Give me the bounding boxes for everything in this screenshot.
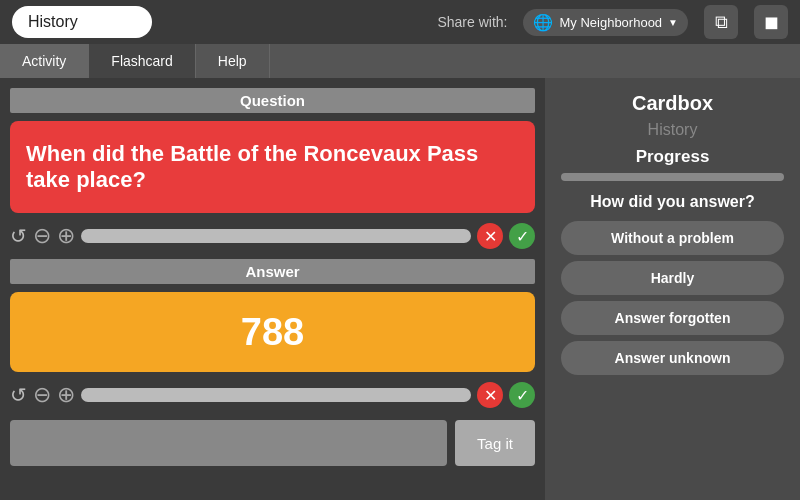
answer-refresh-icon: ↺ — [10, 383, 27, 407]
minus-icon: ⊖ — [33, 223, 51, 249]
plus-icon: ⊕ — [57, 223, 75, 249]
tag-button[interactable]: Tag it — [455, 420, 535, 466]
answer-minus-icon: ⊖ — [33, 382, 51, 408]
question-controls: ↺ ⊖ ⊕ ✕ ✓ — [10, 221, 535, 251]
answer-check-button[interactable]: ✓ — [509, 382, 535, 408]
share-label: Share with: — [437, 14, 507, 30]
left-panel: Question When did the Battle of the Ronc… — [0, 78, 545, 500]
plus-button[interactable]: ⊕ — [57, 223, 75, 249]
question-text: When did the Battle of the Roncevaux Pas… — [26, 141, 478, 192]
option-hardly[interactable]: Hardly — [561, 261, 784, 295]
refresh-button[interactable]: ↺ — [10, 224, 27, 248]
minus-button[interactable]: ⊖ — [33, 223, 51, 249]
answer-minus-button[interactable]: ⊖ — [33, 382, 51, 408]
answer-controls: ↺ ⊖ ⊕ ✕ ✓ — [10, 380, 535, 410]
answer-value: 788 — [241, 311, 304, 354]
question-progress-bar — [81, 229, 471, 243]
stop-icon: ◼ — [764, 11, 779, 33]
tag-textarea[interactable] — [10, 420, 447, 466]
bar-icon: ⧉ — [715, 12, 728, 33]
cardbox-title: Cardbox — [632, 92, 713, 115]
chevron-down-icon: ▼ — [668, 17, 678, 28]
answer-box: 788 — [10, 292, 535, 372]
question-x-button[interactable]: ✕ — [477, 223, 503, 249]
tab-activity[interactable]: Activity — [0, 44, 89, 78]
globe-icon: 🌐 — [533, 13, 553, 32]
neighborhood-label: My Neighborhood — [559, 15, 662, 30]
question-box: When did the Battle of the Roncevaux Pas… — [10, 121, 535, 213]
answer-plus-icon: ⊕ — [57, 382, 75, 408]
refresh-icon: ↺ — [10, 224, 27, 248]
tab-help[interactable]: Help — [196, 44, 270, 78]
answer-progress-bar — [81, 388, 471, 402]
option-answer-unknown[interactable]: Answer unknown — [561, 341, 784, 375]
history-input[interactable] — [12, 6, 152, 38]
progress-title: Progress — [636, 147, 710, 167]
tab-flashcard[interactable]: Flashcard — [89, 44, 195, 78]
right-progress-bar — [561, 173, 784, 181]
answer-x-button[interactable]: ✕ — [477, 382, 503, 408]
question-check-button[interactable]: ✓ — [509, 223, 535, 249]
bottom-row: Tag it — [10, 420, 535, 466]
cardbox-subtitle: History — [648, 121, 698, 139]
stop-icon-button[interactable]: ◼ — [754, 5, 788, 39]
how-did-you-label: How did you answer? — [590, 193, 754, 211]
option-without-problem[interactable]: Without a problem — [561, 221, 784, 255]
nav-tabs: Activity Flashcard Help — [0, 44, 800, 78]
neighborhood-button[interactable]: 🌐 My Neighborhood ▼ — [523, 9, 688, 36]
question-header: Question — [10, 88, 535, 113]
answer-plus-button[interactable]: ⊕ — [57, 382, 75, 408]
answer-refresh-button[interactable]: ↺ — [10, 383, 27, 407]
right-panel: Cardbox History Progress How did you ans… — [545, 78, 800, 500]
top-bar: Share with: 🌐 My Neighborhood ▼ ⧉ ◼ — [0, 0, 800, 44]
option-answer-forgotten[interactable]: Answer forgotten — [561, 301, 784, 335]
bar-icon-button[interactable]: ⧉ — [704, 5, 738, 39]
main-content: Question When did the Battle of the Ronc… — [0, 78, 800, 500]
answer-header: Answer — [10, 259, 535, 284]
